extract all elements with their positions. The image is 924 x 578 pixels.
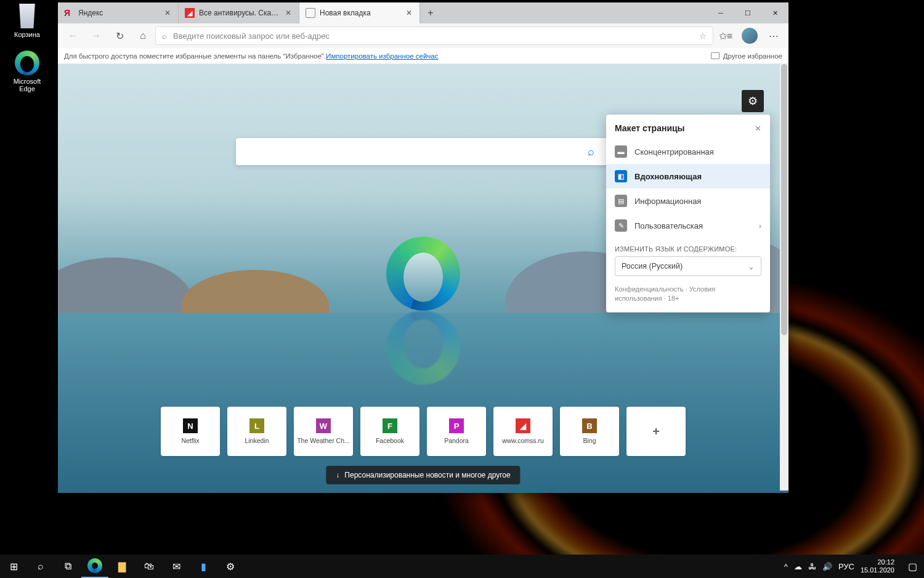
- tile-label: Pandora: [444, 437, 469, 444]
- flyout-lang-header: ИЗМЕНИТЬ ЯЗЫК И СОДЕРЖИМОЕ:: [606, 238, 770, 256]
- tile-netflix[interactable]: NNetflix: [161, 407, 220, 456]
- privacy-link[interactable]: Конфиденциальность: [615, 285, 684, 293]
- maximize-button[interactable]: ☐: [734, 2, 761, 23]
- network-icon[interactable]: 🖧: [808, 562, 816, 571]
- other-favorites-label: Другое избранное: [723, 52, 782, 60]
- settings-icon[interactable]: ⚙: [217, 555, 244, 578]
- tab-title: Яндекс: [78, 9, 159, 17]
- tile-weather[interactable]: WThe Weather Ch...: [294, 407, 353, 456]
- layout-option-label: Вдохновляющая: [634, 172, 702, 181]
- flyout-title: Макет страницы: [615, 123, 685, 133]
- edge-desktop-label: Microsoft Edge: [5, 78, 49, 92]
- layout-option-inspirational[interactable]: ◧ Вдохновляющая: [606, 164, 770, 189]
- tile-facebook[interactable]: FFacebook: [360, 407, 419, 456]
- tab-close-icon[interactable]: ✕: [163, 9, 172, 17]
- tile-icon: L: [249, 418, 264, 433]
- news-button[interactable]: ↓ Персонализированные новости и многое д…: [326, 466, 520, 484]
- tile-icon: N: [183, 418, 198, 433]
- tile-pandora[interactable]: PPandora: [427, 407, 486, 456]
- ntp-favicon-icon: [306, 8, 315, 18]
- import-favorites-link[interactable]: Импортировать избранное сейчас: [326, 52, 438, 60]
- quick-links-tiles: NNetflix LLinkedin WThe Weather Ch... FF…: [161, 407, 686, 456]
- store-icon[interactable]: 🛍: [136, 555, 163, 578]
- tile-label: Linkedin: [245, 437, 269, 444]
- onedrive-icon[interactable]: ☁: [794, 562, 802, 571]
- tile-icon: B: [582, 418, 597, 433]
- tile-icon: ◢: [516, 418, 530, 433]
- tile-label: www.comss.ru: [502, 437, 544, 444]
- edge-desktop-icon[interactable]: Microsoft Edge: [5, 51, 49, 92]
- task-view-icon[interactable]: ⧉: [54, 555, 81, 578]
- av-favicon-icon: ◢: [185, 8, 195, 18]
- file-explorer-icon[interactable]: ▇: [108, 555, 136, 578]
- vertical-scrollbar[interactable]: [780, 64, 788, 490]
- clock[interactable]: 20:12 15.01.2020: [861, 558, 894, 574]
- age-label: 18+: [668, 295, 679, 302]
- home-button[interactable]: ⌂: [132, 26, 154, 46]
- address-bar[interactable]: ⌕ Введите поисковый запрос или веб-адрес…: [155, 26, 713, 45]
- lang-indicator[interactable]: РУС: [838, 562, 854, 571]
- system-tray: ^ ☁ 🖧 🔊 РУС 20:12 15.01.2020: [778, 558, 901, 574]
- close-window-button[interactable]: ✕: [761, 2, 788, 23]
- tile-label: The Weather Ch...: [297, 437, 350, 444]
- taskbar-edge-icon[interactable]: [81, 555, 108, 578]
- action-center-icon[interactable]: ▢: [901, 555, 924, 578]
- tab-antivirus[interactable]: ◢ Все антивирусы. Скачать беспл ✕: [179, 2, 299, 23]
- browser-window: Я Яндекс ✕ ◢ Все антивирусы. Скачать бес…: [58, 2, 788, 493]
- profile-avatar[interactable]: [742, 28, 758, 44]
- arrow-down-icon: ↓: [336, 471, 339, 479]
- app-icon[interactable]: ▮: [190, 555, 217, 578]
- chevron-down-icon: ⌄: [748, 262, 755, 271]
- tile-label: Facebook: [376, 437, 404, 444]
- tile-icon: W: [316, 418, 331, 433]
- tab-title: Все антивирусы. Скачать беспл: [199, 9, 280, 17]
- folder-icon: [711, 52, 719, 59]
- tray-chevron-icon[interactable]: ^: [784, 562, 788, 571]
- layout-option-label: Пользовательская: [634, 221, 703, 230]
- language-select[interactable]: Россия (Русский) ⌄: [615, 256, 761, 276]
- tile-linkedin[interactable]: LLinkedin: [227, 407, 286, 456]
- plus-icon: +: [649, 424, 663, 439]
- add-tile-button[interactable]: +: [626, 407, 686, 456]
- address-placeholder: Введите поисковый запрос или веб-адрес: [173, 31, 330, 41]
- tile-icon: P: [449, 418, 464, 433]
- flyout-footer: Конфиденциальность · Условия использован…: [606, 282, 770, 306]
- tab-yandex[interactable]: Я Яндекс ✕: [58, 2, 179, 23]
- recycle-bin-label: Корзина: [5, 31, 49, 38]
- recycle-bin-icon[interactable]: Корзина: [5, 4, 49, 38]
- clock-time: 20:12: [861, 558, 894, 566]
- favbar-text: Для быстрого доступа поместите избранные…: [64, 52, 326, 60]
- taskbar-search-icon[interactable]: ⌕: [27, 555, 54, 578]
- desktop-icons: Корзина Microsoft Edge: [5, 4, 49, 92]
- new-tab-button[interactable]: +: [420, 2, 441, 23]
- tab-close-icon[interactable]: ✕: [405, 9, 413, 17]
- chevron-right-icon: ›: [759, 221, 761, 230]
- back-button[interactable]: ←: [62, 26, 84, 46]
- minimize-button[interactable]: ─: [707, 2, 734, 23]
- tab-newtab[interactable]: Новая вкладка ✕: [299, 2, 420, 23]
- inspirational-layout-icon: ◧: [615, 170, 627, 182]
- menu-button[interactable]: ⋯: [763, 26, 785, 46]
- layout-option-focused[interactable]: ▬ Сконцентрированная: [606, 139, 770, 164]
- layout-option-label: Информационная: [634, 197, 701, 206]
- custom-layout-icon: ✎: [615, 219, 627, 232]
- forward-button[interactable]: →: [85, 26, 107, 46]
- layout-option-custom[interactable]: ✎ Пользовательская ›: [606, 213, 770, 238]
- mail-icon[interactable]: ✉: [163, 555, 190, 578]
- layout-option-label: Сконцентрированная: [634, 147, 714, 157]
- flyout-close-icon[interactable]: ✕: [755, 124, 761, 133]
- tab-close-icon[interactable]: ✕: [284, 9, 293, 17]
- favorite-star-icon[interactable]: ☆: [699, 31, 707, 41]
- other-favorites-button[interactable]: Другое избранное: [711, 52, 782, 60]
- favorites-button[interactable]: ✩≡: [715, 26, 737, 46]
- layout-option-informational[interactable]: ▤ Информационная: [606, 189, 770, 213]
- taskbar: ⊞ ⌕ ⧉ ▇ 🛍 ✉ ▮ ⚙ ^ ☁ 🖧 🔊 РУС 20:12 15.01.…: [0, 555, 924, 578]
- start-button[interactable]: ⊞: [0, 555, 27, 578]
- ntp-search-box[interactable]: ⌕: [236, 138, 610, 165]
- page-settings-gear-icon[interactable]: ⚙: [742, 90, 764, 112]
- refresh-button[interactable]: ↻: [108, 26, 131, 46]
- volume-icon[interactable]: 🔊: [822, 562, 832, 571]
- tile-comss[interactable]: ◢www.comss.ru: [493, 407, 553, 456]
- search-icon[interactable]: ⌕: [588, 145, 594, 158]
- tile-bing[interactable]: BBing: [560, 407, 619, 456]
